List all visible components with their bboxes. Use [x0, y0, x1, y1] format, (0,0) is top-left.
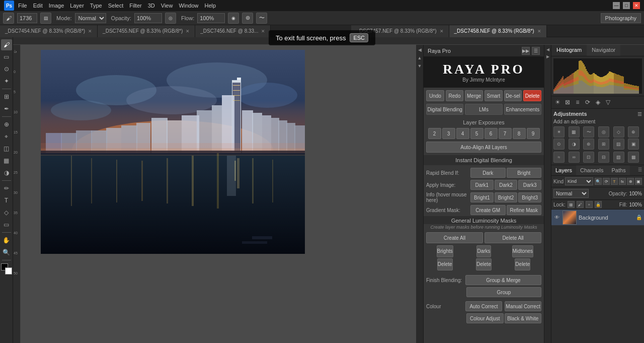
adj-icon-extra-2[interactable]: ∞ — [569, 152, 580, 163]
mid-icon-1[interactable]: ◀ — [417, 47, 423, 53]
smart-button[interactable]: Smart — [485, 90, 503, 101]
tab-dsc7458[interactable]: _DSC7458.NEF @ 8.33% (RGB/8*) ✕ — [449, 25, 547, 37]
menu-help[interactable]: Help — [205, 3, 216, 9]
tool-eraser[interactable]: ◫ — [1, 143, 12, 154]
hue-saturation-icon[interactable]: ⊕ — [628, 126, 639, 138]
mid-icon-2[interactable]: ▲ — [417, 55, 423, 61]
smoothing-icon[interactable]: 〜 — [256, 13, 267, 24]
channel-mixer-icon[interactable]: ⊞ — [598, 139, 609, 150]
exp-5[interactable]: 5 — [470, 128, 484, 139]
layer-highlight-icon[interactable]: T — [611, 178, 618, 185]
exp-9[interactable]: 9 — [527, 128, 540, 139]
lock-paint-icon[interactable]: 🖌 — [577, 201, 584, 208]
blend-mode-select[interactable]: Normal — [553, 189, 589, 198]
lock-position-icon[interactable]: + — [586, 201, 593, 208]
layer-icon-6[interactable]: ▣ — [635, 178, 642, 185]
curves-icon[interactable]: ⊠ — [564, 98, 572, 106]
undo-button[interactable]: Undo — [426, 90, 444, 101]
menu-layer[interactable]: Layer — [70, 3, 84, 9]
levels-icon[interactable]: ▦ — [569, 126, 580, 138]
black-white-button[interactable]: Black & White — [505, 313, 542, 323]
dark3-button[interactable]: Dark3 — [518, 180, 541, 190]
tool-eyedropper[interactable]: ✒ — [1, 103, 12, 114]
desel-button[interactable]: De-sel — [504, 90, 522, 101]
opacity-input[interactable] — [134, 13, 162, 23]
vibrance-icon[interactable]: ◇ — [613, 126, 624, 138]
menu-edit[interactable]: Edit — [33, 3, 43, 9]
brightness-contrast-icon[interactable]: ☀ — [553, 126, 565, 138]
tool-pen[interactable]: ✏ — [1, 183, 12, 194]
tool-magic-wand[interactable]: ✦ — [1, 76, 12, 87]
tool-crop[interactable]: ⊞ — [1, 91, 12, 102]
dark1-button[interactable]: Dark1 — [470, 180, 494, 190]
tool-gradient[interactable]: ▦ — [1, 155, 12, 166]
workspace-label[interactable]: Photography — [601, 13, 641, 23]
menu-select[interactable]: Select — [108, 3, 124, 9]
layer-sort-icon[interactable]: fx — [619, 178, 626, 185]
menu-view[interactable]: View — [161, 3, 173, 9]
tab-dsc7455[interactable]: _DSC7455.NEF @ 8.33% (RGB/8*) ✕ — [98, 25, 195, 37]
tool-marquee[interactable]: ▭ — [1, 51, 12, 62]
mode-select[interactable]: Normal — [75, 13, 106, 23]
tab-close-icon[interactable]: ✕ — [186, 29, 190, 34]
tool-hand[interactable]: ✋ — [1, 235, 12, 246]
tab-close-icon[interactable]: ✕ — [88, 29, 92, 34]
bright3-button[interactable]: Bright3 — [518, 192, 541, 202]
layers-menu-icon[interactable]: ☰ — [636, 165, 644, 175]
tool-lasso[interactable]: ⊙ — [1, 63, 12, 75]
airbrush-icon[interactable]: ⊛ — [242, 13, 253, 24]
tool-dodge[interactable]: ◑ — [1, 167, 12, 178]
brush-preset-icon[interactable]: ▤ — [40, 13, 51, 24]
lock-transparent-icon[interactable]: ▦ — [568, 201, 575, 208]
tool-shape[interactable]: ▭ — [1, 219, 12, 230]
tab-close-icon[interactable]: ✕ — [440, 29, 444, 34]
delete-button[interactable]: Delete — [523, 90, 541, 101]
selective-color-icon[interactable]: ▣ — [628, 139, 639, 150]
tool-path[interactable]: ◇ — [1, 207, 12, 218]
collapse-icon-2[interactable]: ▶ — [545, 53, 551, 59]
delete-all-button[interactable]: Delete All — [485, 232, 541, 243]
navigator-tab[interactable]: Navigator — [587, 45, 620, 56]
histogram-options-icon[interactable]: ☀ — [553, 98, 561, 106]
curves-icon[interactable]: 〜 — [583, 126, 594, 138]
color-balance-icon[interactable]: ⊙ — [553, 139, 565, 150]
bright1-button[interactable]: Bright1 — [470, 192, 494, 202]
menu-image[interactable]: Image — [49, 3, 64, 9]
table-row[interactable]: 👁 Background 🔒 — [551, 210, 644, 226]
histogram-tab[interactable]: Histogram — [551, 45, 587, 56]
group-button[interactable]: Group — [466, 287, 541, 297]
menu-window[interactable]: Window — [179, 3, 198, 9]
paths-tab[interactable]: Paths — [608, 165, 630, 175]
bright-button[interactable]: Bright — [507, 168, 542, 178]
exp-3[interactable]: 3 — [442, 128, 455, 139]
adj-icon-extra-3[interactable]: ⊡ — [583, 152, 594, 163]
tab-dsc7454[interactable]: _DSC7454.NEF @ 8.33% (RGB/8*) ✕ — [0, 25, 98, 37]
black-white-adj-icon[interactable]: ◑ — [569, 139, 580, 150]
exp-2[interactable]: 2 — [428, 128, 441, 139]
brush-size-input[interactable] — [17, 13, 37, 23]
tool-brush-icon[interactable]: 🖌 — [3, 13, 14, 24]
midtones-button[interactable]: Midtones — [512, 245, 534, 257]
levels-icon[interactable]: ≡ — [574, 98, 582, 106]
menu-filter[interactable]: Filter — [129, 3, 141, 9]
collapse-icon-1[interactable]: ◀ — [545, 46, 551, 52]
flow-input[interactable] — [197, 13, 225, 23]
layers-tab[interactable]: Layers — [551, 165, 576, 175]
exp-8[interactable]: 8 — [513, 128, 526, 139]
darks-delete-button[interactable]: Delete — [476, 258, 492, 270]
digital-blending-tab[interactable]: Digital Blending — [426, 104, 463, 115]
group-merge-button[interactable]: Group & Merge — [465, 275, 541, 285]
midtones-delete-button[interactable]: Delete — [515, 258, 530, 270]
dark-button[interactable]: Dark — [470, 168, 506, 178]
close-button[interactable]: ✕ — [633, 2, 640, 9]
refine-mask-button[interactable]: Refine Mask — [507, 205, 542, 215]
lms-tab[interactable]: LMs — [465, 104, 502, 115]
adj-icon-extra-6[interactable]: ▩ — [628, 152, 639, 163]
auto-align-button[interactable]: Auto-Align All Layers — [426, 142, 541, 153]
layer-refresh-icon[interactable]: ⟳ — [603, 178, 610, 185]
colour-adjust-button[interactable]: Colour Adjust — [466, 313, 504, 323]
layer-visibility-icon[interactable]: 👁 — [553, 214, 560, 221]
adj-icon-extra-4[interactable]: ⊟ — [598, 152, 609, 163]
adj-icon-extra-5[interactable]: ▧ — [613, 152, 624, 163]
maximize-button[interactable]: □ — [623, 2, 630, 9]
